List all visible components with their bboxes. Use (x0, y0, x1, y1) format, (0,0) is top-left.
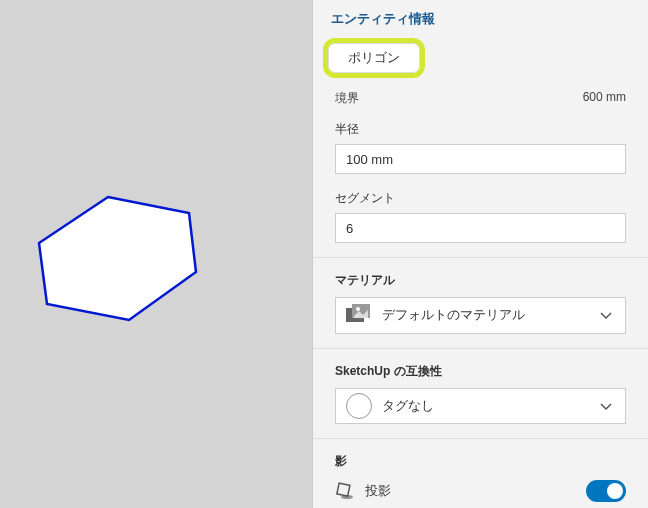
radius-label: 半径 (313, 113, 648, 142)
panel-title: エンティティ情報 (313, 0, 648, 34)
entity-info-panel: エンティティ情報 ポリゴン 境界 600 mm 半径 セグメント マテリアル デ… (312, 0, 648, 508)
boundary-label: 境界 (335, 90, 359, 107)
boundary-value: 600 mm (583, 90, 626, 107)
modeling-viewport[interactable] (0, 0, 312, 508)
tag-selected-label: タグなし (382, 397, 589, 415)
svg-point-3 (341, 495, 353, 499)
divider (313, 438, 648, 439)
segments-input[interactable] (335, 213, 626, 243)
divider (313, 257, 648, 258)
tag-selector[interactable]: タグなし (335, 388, 626, 425)
compat-section-label: SketchUp の互換性 (313, 355, 648, 384)
svg-point-2 (356, 307, 360, 311)
entity-type-badge: ポリゴン (323, 38, 425, 78)
material-section-label: マテリアル (313, 264, 648, 293)
radius-input[interactable] (335, 144, 626, 174)
segments-label: セグメント (313, 182, 648, 211)
tag-color-swatch (346, 393, 372, 419)
cast-shadow-label: 投影 (365, 482, 576, 500)
cast-shadow-toggle[interactable] (586, 480, 626, 502)
chevron-down-icon (599, 308, 613, 322)
material-selected-label: デフォルトのマテリアル (382, 306, 589, 324)
material-icon (346, 304, 372, 326)
material-selector[interactable]: デフォルトのマテリアル (335, 297, 626, 334)
chevron-down-icon (599, 399, 613, 413)
divider (313, 348, 648, 349)
shadow-section-label: 影 (313, 445, 648, 474)
boundary-row: 境界 600 mm (313, 84, 648, 113)
cast-shadow-icon (335, 481, 355, 501)
selected-polygon[interactable] (39, 197, 196, 320)
